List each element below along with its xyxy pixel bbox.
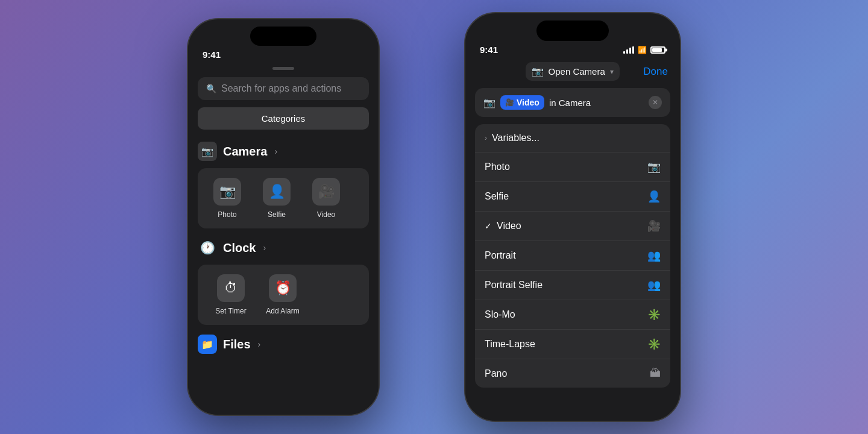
- pano-label: Pano: [485, 368, 507, 379]
- camera-photo-card[interactable]: 📷 Photo: [206, 178, 248, 219]
- slomo-icon: ✳️: [647, 308, 661, 321]
- files-chevron: ›: [258, 339, 261, 349]
- video-card-icon: 🎥: [312, 178, 340, 206]
- done-button[interactable]: Done: [643, 66, 668, 78]
- status-bar-2: 9:41 📶: [465, 41, 680, 57]
- portrait-selfie-icon: 👥: [647, 278, 661, 292]
- selfie-item-icon: 👤: [647, 190, 661, 203]
- camera-section-title[interactable]: 📷 Camera ›: [198, 142, 369, 161]
- camera-action-cards: 📷 Photo 👤 Selfie 🎥 Video: [198, 168, 369, 228]
- status-bar-1: 9:41: [188, 46, 379, 62]
- dynamic-island-2: [536, 20, 609, 41]
- camera-section-icon: 📷: [198, 142, 217, 161]
- drag-handle: [272, 67, 294, 70]
- action-title-icon: 📷: [532, 66, 544, 77]
- dropdown-selfie[interactable]: Selfie 👤: [475, 182, 670, 212]
- selfie-label: Selfie: [268, 210, 286, 219]
- timer-icon: ⏱: [217, 274, 245, 302]
- alarm-icon: ⏰: [269, 274, 297, 302]
- mode-in-text: in Camera: [549, 98, 591, 108]
- time-1: 9:41: [203, 49, 221, 60]
- time-2: 9:41: [480, 45, 498, 55]
- mode-chip[interactable]: 🎥 Video: [500, 95, 544, 110]
- slomo-label: Slo-Mo: [485, 309, 515, 320]
- portrait-item-label: Portrait: [485, 250, 516, 261]
- portrait-item-icon: 👥: [647, 249, 661, 262]
- clock-chevron: ›: [263, 243, 266, 253]
- clock-action-cards: ⏱ Set Timer ⏰ Add Alarm: [198, 265, 369, 325]
- selfie-item-label: Selfie: [485, 191, 509, 202]
- mode-chip-icon: 🎥: [505, 98, 514, 107]
- mode-close-button[interactable]: ✕: [649, 96, 662, 109]
- files-section: 📁 Files ›: [188, 335, 379, 371]
- video-item-label: Video: [497, 221, 521, 231]
- portrait-selfie-label: Portrait Selfie: [485, 280, 542, 291]
- search-placeholder: Search for apps and actions: [221, 83, 341, 94]
- photo-item-label: Photo: [485, 162, 510, 172]
- dropdown-pano[interactable]: Pano 🏔: [475, 359, 670, 388]
- alarm-label: Add Alarm: [266, 307, 299, 315]
- variables-chevron: ›: [485, 134, 487, 142]
- files-icon: 📁: [198, 335, 217, 354]
- camera-video-card[interactable]: 🎥 Video: [305, 178, 347, 219]
- timelapse-label: Time-Lapse: [485, 339, 535, 350]
- camera-section: 📷 Camera › 📷 Photo 👤 Selfie 🎥 V: [188, 142, 379, 238]
- clock-section-title[interactable]: 🕐 Clock ›: [198, 238, 369, 257]
- action-title-chip[interactable]: 📷 Open Camera ▾: [526, 62, 620, 81]
- dropdown-timelapse[interactable]: Time-Lapse ✳️: [475, 330, 670, 359]
- dropdown-portrait[interactable]: Portrait 👥: [475, 241, 670, 271]
- pano-icon: 🏔: [650, 367, 661, 380]
- search-icon: 🔍: [206, 84, 216, 93]
- wifi-icon: 📶: [638, 46, 647, 54]
- signal-icon: [623, 46, 634, 54]
- mode-app-icon: 📷: [483, 97, 495, 108]
- phones-container: 9:41 🔍 Search for apps and actions Categ…: [163, 12, 705, 422]
- action-title-text: Open Camera: [549, 66, 605, 77]
- dropdown-photo[interactable]: Photo 📷: [475, 153, 670, 182]
- video-checkmark: ✓: [485, 221, 492, 231]
- set-timer-card[interactable]: ⏱ Set Timer: [210, 274, 252, 315]
- dropdown-video[interactable]: ✓ Video 🎥: [475, 212, 670, 241]
- clock-section: 🕐 Clock › ⏱ Set Timer ⏰ Add Alarm: [188, 238, 379, 335]
- photo-item-icon: 📷: [647, 160, 661, 174]
- dynamic-island-1: [250, 27, 316, 46]
- action-title-chevron: ▾: [610, 68, 614, 76]
- dropdown-menu: › Variables... Photo 📷 Selfie 👤 ✓: [475, 124, 670, 388]
- phone-2: 9:41 📶 📷 Open Camera ▾: [464, 12, 681, 422]
- camera-chevron: ›: [274, 146, 277, 156]
- files-title-text: Files: [223, 338, 251, 351]
- files-section-title[interactable]: 📁 Files ›: [198, 335, 369, 354]
- photo-label: Photo: [218, 210, 236, 219]
- timelapse-icon: ✳️: [647, 338, 661, 351]
- phone-1: 9:41 🔍 Search for apps and actions Categ…: [187, 18, 380, 416]
- dropdown-portrait-selfie[interactable]: Portrait Selfie 👥: [475, 271, 670, 300]
- categories-button[interactable]: Categories: [198, 107, 369, 130]
- video-item-icon: 🎥: [647, 219, 661, 233]
- header-bar: 📷 Open Camera ▾ Done: [465, 57, 680, 88]
- clock-icon: 🕐: [198, 238, 217, 257]
- variables-row[interactable]: › Variables...: [475, 124, 670, 153]
- status-icons-2: 📶: [623, 46, 665, 54]
- variables-label: Variables...: [492, 133, 539, 143]
- selfie-icon: 👤: [263, 178, 291, 206]
- photo-icon: 📷: [213, 178, 241, 206]
- clock-title-text: Clock: [223, 241, 256, 255]
- battery-icon: [650, 46, 665, 54]
- timer-label: Set Timer: [215, 307, 246, 315]
- video-label: Video: [317, 210, 335, 219]
- mode-chip-label: Video: [517, 98, 539, 107]
- dropdown-slomo[interactable]: Slo-Mo ✳️: [475, 300, 670, 330]
- search-bar[interactable]: 🔍 Search for apps and actions: [198, 77, 369, 100]
- add-alarm-card[interactable]: ⏰ Add Alarm: [262, 274, 304, 315]
- mode-selector[interactable]: 📷 🎥 Video in Camera ✕: [475, 88, 670, 117]
- camera-title-text: Camera: [223, 145, 267, 159]
- camera-selfie-card[interactable]: 👤 Selfie: [256, 178, 298, 219]
